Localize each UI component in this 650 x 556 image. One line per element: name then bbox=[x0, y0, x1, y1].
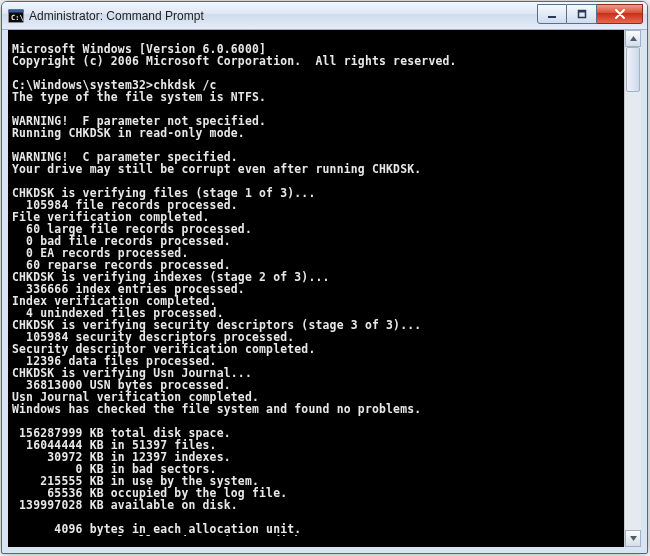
terminal-output[interactable]: Microsoft Windows [Version 6.0.6000] Cop… bbox=[8, 41, 624, 535]
close-button[interactable] bbox=[597, 4, 643, 24]
titlebar[interactable]: C:\ Administrator: Command Prompt bbox=[2, 2, 647, 30]
scroll-up-button[interactable] bbox=[625, 30, 641, 47]
window-title: Administrator: Command Prompt bbox=[29, 9, 537, 23]
minimize-icon bbox=[547, 9, 557, 19]
maximize-icon bbox=[577, 9, 587, 19]
cmd-icon: C:\ bbox=[8, 8, 24, 24]
scroll-down-button[interactable] bbox=[625, 530, 641, 547]
svg-rect-5 bbox=[578, 10, 585, 12]
arrow-up-icon bbox=[629, 34, 638, 43]
svg-rect-3 bbox=[548, 16, 556, 18]
svg-rect-1 bbox=[9, 9, 24, 12]
client-area: Microsoft Windows [Version 6.0.6000] Cop… bbox=[8, 30, 641, 547]
arrow-down-icon bbox=[629, 534, 638, 543]
vertical-scrollbar[interactable] bbox=[624, 30, 641, 547]
svg-text:C:\: C:\ bbox=[11, 14, 24, 22]
minimize-button[interactable] bbox=[537, 4, 567, 24]
scroll-track[interactable] bbox=[625, 47, 641, 530]
scroll-thumb[interactable] bbox=[626, 47, 640, 92]
window-controls bbox=[537, 4, 643, 24]
app-window: C:\ Administrator: Command Prompt bbox=[1, 1, 648, 554]
maximize-button[interactable] bbox=[567, 4, 597, 24]
close-icon bbox=[614, 9, 626, 19]
